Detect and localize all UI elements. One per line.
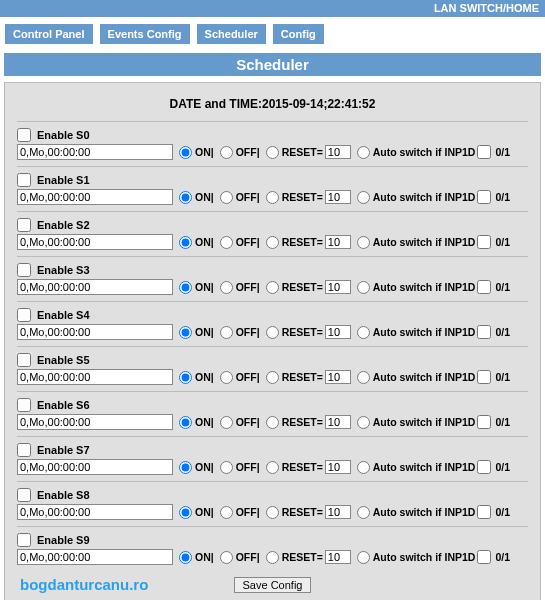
schedule-value-input[interactable] (17, 279, 173, 295)
mode-on-radio[interactable] (179, 506, 192, 519)
mode-off-radio[interactable] (220, 281, 233, 294)
mode-reset-radio[interactable] (266, 461, 279, 474)
zeroone-checkbox[interactable] (477, 145, 491, 159)
zeroone-checkbox[interactable] (477, 235, 491, 249)
zeroone-checkbox[interactable] (477, 415, 491, 429)
on-label: ON| (195, 326, 214, 338)
mode-on-radio[interactable] (179, 281, 192, 294)
mode-reset-radio[interactable] (266, 371, 279, 384)
enable-checkbox[interactable] (17, 533, 31, 547)
zeroone-checkbox[interactable] (477, 550, 491, 564)
enable-checkbox[interactable] (17, 263, 31, 277)
mode-on-radio[interactable] (179, 326, 192, 339)
mode-off-radio[interactable] (220, 416, 233, 429)
mode-off-radio[interactable] (220, 191, 233, 204)
mode-auto-radio[interactable] (357, 191, 370, 204)
mode-auto-radio[interactable] (357, 371, 370, 384)
separator (17, 346, 528, 347)
mode-on-radio[interactable] (179, 551, 192, 564)
mode-auto-radio[interactable] (357, 236, 370, 249)
zeroone-label: 0/1 (495, 281, 510, 293)
mode-on-radio[interactable] (179, 236, 192, 249)
reset-value-input[interactable] (325, 190, 351, 204)
scheduler-row: Enable S3 ON| OFF| RESET= Auto switch if… (17, 259, 528, 299)
zeroone-label: 0/1 (495, 416, 510, 428)
reset-value-input[interactable] (325, 280, 351, 294)
enable-checkbox[interactable] (17, 218, 31, 232)
separator (17, 526, 528, 527)
mode-reset-radio[interactable] (266, 146, 279, 159)
mode-auto-radio[interactable] (357, 506, 370, 519)
schedule-value-input[interactable] (17, 504, 173, 520)
enable-checkbox[interactable] (17, 128, 31, 142)
reset-value-input[interactable] (325, 460, 351, 474)
schedule-value-input[interactable] (17, 144, 173, 160)
zeroone-checkbox[interactable] (477, 190, 491, 204)
mode-on-radio[interactable] (179, 461, 192, 474)
mode-auto-radio[interactable] (357, 146, 370, 159)
zeroone-checkbox[interactable] (477, 325, 491, 339)
mode-auto-radio[interactable] (357, 416, 370, 429)
enable-checkbox[interactable] (17, 173, 31, 187)
schedule-value-input[interactable] (17, 234, 173, 250)
reset-value-input[interactable] (325, 550, 351, 564)
tab-events-config[interactable]: Events Config (99, 23, 191, 45)
mode-reset-radio[interactable] (266, 281, 279, 294)
mode-reset-radio[interactable] (266, 191, 279, 204)
enable-checkbox[interactable] (17, 488, 31, 502)
mode-on-radio[interactable] (179, 146, 192, 159)
mode-off-radio[interactable] (220, 461, 233, 474)
separator (17, 211, 528, 212)
enable-checkbox[interactable] (17, 443, 31, 457)
mode-reset-radio[interactable] (266, 236, 279, 249)
schedule-value-input[interactable] (17, 549, 173, 565)
mode-reset-radio[interactable] (266, 326, 279, 339)
on-label: ON| (195, 191, 214, 203)
reset-value-input[interactable] (325, 505, 351, 519)
enable-checkbox[interactable] (17, 353, 31, 367)
schedule-value-input[interactable] (17, 189, 173, 205)
schedule-value-input[interactable] (17, 414, 173, 430)
off-label: OFF| (236, 461, 260, 473)
reset-value-input[interactable] (325, 145, 351, 159)
reset-value-input[interactable] (325, 415, 351, 429)
mode-on-radio[interactable] (179, 371, 192, 384)
mode-on-radio[interactable] (179, 416, 192, 429)
schedule-value-input[interactable] (17, 459, 173, 475)
separator (17, 481, 528, 482)
tab-scheduler[interactable]: Scheduler (196, 23, 267, 45)
mode-auto-radio[interactable] (357, 551, 370, 564)
on-label: ON| (195, 146, 214, 158)
separator (17, 121, 528, 122)
zeroone-checkbox[interactable] (477, 460, 491, 474)
mode-reset-radio[interactable] (266, 506, 279, 519)
reset-value-input[interactable] (325, 370, 351, 384)
top-header-text[interactable]: LAN SWITCH/HOME (434, 2, 539, 14)
mode-auto-radio[interactable] (357, 461, 370, 474)
reset-value-input[interactable] (325, 325, 351, 339)
mode-off-radio[interactable] (220, 551, 233, 564)
reset-value-input[interactable] (325, 235, 351, 249)
schedule-value-input[interactable] (17, 369, 173, 385)
mode-reset-radio[interactable] (266, 551, 279, 564)
mode-off-radio[interactable] (220, 326, 233, 339)
mode-on-radio[interactable] (179, 191, 192, 204)
zeroone-checkbox[interactable] (477, 280, 491, 294)
enable-checkbox[interactable] (17, 398, 31, 412)
schedule-value-input[interactable] (17, 324, 173, 340)
off-label: OFF| (236, 551, 260, 563)
mode-off-radio[interactable] (220, 506, 233, 519)
mode-off-radio[interactable] (220, 236, 233, 249)
mode-auto-radio[interactable] (357, 281, 370, 294)
enable-checkbox[interactable] (17, 308, 31, 322)
mode-off-radio[interactable] (220, 371, 233, 384)
zeroone-checkbox[interactable] (477, 505, 491, 519)
separator (17, 301, 528, 302)
mode-off-radio[interactable] (220, 146, 233, 159)
zeroone-checkbox[interactable] (477, 370, 491, 384)
save-config-button[interactable]: Save Config (234, 577, 312, 593)
mode-reset-radio[interactable] (266, 416, 279, 429)
tab-config[interactable]: Config (272, 23, 325, 45)
mode-auto-radio[interactable] (357, 326, 370, 339)
tab-control-panel[interactable]: Control Panel (4, 23, 94, 45)
